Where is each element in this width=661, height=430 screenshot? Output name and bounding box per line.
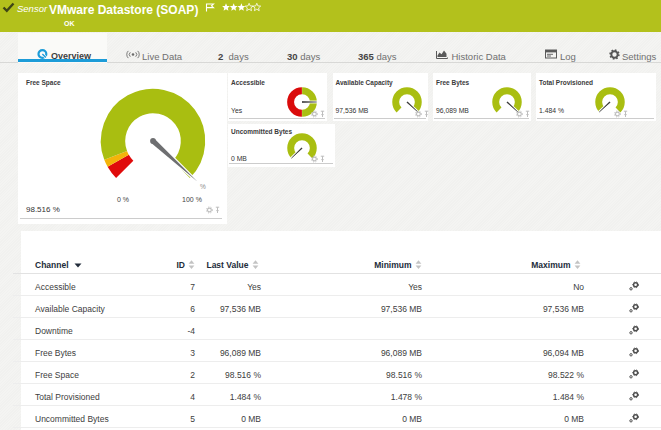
svg-text:%: % xyxy=(200,183,206,190)
